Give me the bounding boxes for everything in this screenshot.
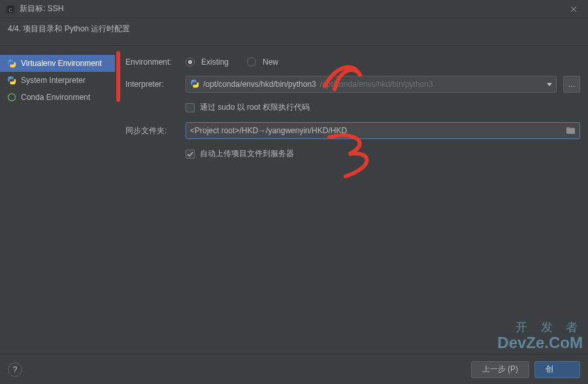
conda-icon [7, 92, 17, 103]
python-icon [190, 79, 199, 90]
browse-interpreter-button[interactable]: … [563, 76, 580, 93]
svg-point-4 [10, 77, 10, 78]
sudo-label: 通过 sudo 以 root 权限执行代码 [200, 102, 310, 113]
python-icon [7, 58, 17, 69]
interpreter-value: /opt/conda/envs/hkd/bin/python3 [203, 80, 316, 89]
interpreter-label: Interpreter: [125, 80, 179, 89]
radio-icon [247, 57, 256, 67]
environment-label: Environment: [125, 57, 179, 67]
sidebar-item-label: System Interpreter [21, 76, 86, 85]
sync-value: <Project root>/HKD→/yangwenyin/HKD/HKD [190, 126, 347, 135]
prev-button[interactable]: 上一步 (P) [471, 361, 529, 378]
svg-point-5 [13, 83, 14, 84]
interpreter-dropdown[interactable]: /opt/conda/envs/hkd/bin/python3 /opt/con… [186, 76, 557, 93]
create-label: 创 [546, 364, 553, 375]
checkbox-icon [186, 150, 195, 159]
svg-point-7 [193, 80, 193, 80]
sidebar-item-virtualenv[interactable]: Virtualenv Environment [0, 55, 115, 72]
create-button[interactable]: 创 [534, 361, 580, 378]
radio-existing[interactable]: Existing [186, 57, 229, 67]
sidebar: Virtualenv Environment System Interprete… [0, 46, 115, 357]
auto-upload-label: 自动上传项目文件到服务器 [200, 148, 294, 159]
svg-text:C: C [8, 7, 12, 12]
sync-folder-field[interactable]: <Project root>/HKD→/yangwenyin/HKD/HKD [186, 122, 580, 139]
sync-label: 同步文件夹: [125, 125, 179, 136]
titlebar: C 新目标: SSH [0, 0, 588, 18]
sidebar-item-label: Conda Environment [21, 93, 90, 102]
close-button[interactable] [564, 3, 583, 16]
sudo-checkbox-row[interactable]: 通过 sudo 以 root 权限执行代码 [186, 102, 580, 113]
prev-label: 上一步 (P) [482, 364, 518, 375]
footer: ? 上一步 (P) 创 [0, 354, 588, 384]
svg-point-3 [13, 66, 14, 67]
svg-point-8 [196, 86, 197, 86]
python-icon [7, 75, 17, 86]
window-title: 新目标: SSH [20, 3, 564, 14]
content-panel: Environment: Existing New Interpreter: /… [115, 46, 588, 357]
help-button[interactable]: ? [8, 362, 22, 377]
folder-icon[interactable] [566, 126, 576, 136]
chevron-down-icon [547, 80, 552, 89]
radio-label: New [263, 57, 278, 67]
auto-upload-checkbox-row[interactable]: 自动上传项目文件到服务器 [186, 148, 580, 159]
radio-new[interactable]: New [247, 57, 278, 67]
radio-icon [186, 57, 195, 67]
radio-label: Existing [201, 57, 229, 67]
interpreter-hint: /opt/conda/envs/hkd/bin/python3 [320, 80, 433, 89]
checkbox-icon [186, 103, 195, 112]
step-subtitle: 4/4. 项目目录和 Python 运行时配置 [0, 18, 588, 46]
svg-point-2 [10, 60, 10, 61]
sidebar-item-label: Virtualenv Environment [21, 59, 102, 68]
app-icon: C [5, 4, 16, 14]
svg-point-6 [8, 94, 16, 101]
sidebar-item-conda[interactable]: Conda Environment [0, 89, 115, 106]
sidebar-item-system[interactable]: System Interpreter [0, 72, 115, 89]
